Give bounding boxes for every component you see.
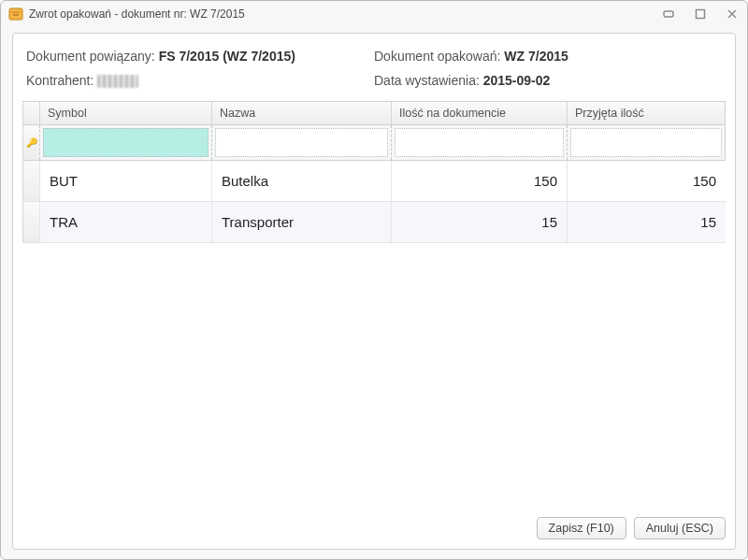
issue-date-label: Data wystawienia: (374, 73, 480, 88)
row-handle[interactable] (22, 161, 39, 201)
svg-rect-1 (664, 11, 673, 17)
items-grid: Symbol Nazwa Ilość na dokumencie Przyjęt… (22, 101, 726, 510)
filter-row-indicator-icon: 🔑 (22, 125, 39, 160)
cell-ilosc[interactable]: 150 (391, 161, 567, 201)
document-header: Dokument powiązany: FS 7/2015 (WZ 7/2015… (22, 43, 726, 101)
linked-document-label: Dokument powiązany: (26, 49, 155, 64)
filter-cell-przyjeta[interactable] (567, 125, 725, 160)
packaging-document-label: Dokument opakowań: (374, 49, 500, 64)
window-title: Zwrot opakowań - dokument nr: WZ 7/2015 (29, 7, 245, 21)
cancel-button[interactable]: Anuluj (ESC) (634, 517, 726, 539)
grid-header: Symbol Nazwa Ilość na dokumencie Przyjęt… (22, 101, 726, 125)
grid-corner (22, 102, 39, 124)
filter-cell-nazwa[interactable] (211, 125, 391, 160)
cell-nazwa[interactable]: Transporter (211, 202, 391, 242)
grid-body[interactable]: BUT Butelka 150 150 TRA Transporter 15 1… (22, 161, 726, 510)
minimize-button[interactable] (661, 7, 676, 22)
filter-cell-symbol[interactable] (39, 125, 211, 160)
cell-nazwa[interactable]: Butelka (211, 161, 391, 201)
kontrahent-value-redacted (97, 75, 138, 88)
cell-ilosc[interactable]: 15 (391, 202, 567, 242)
col-header-przyjeta[interactable]: Przyjęta ilość (567, 102, 725, 124)
col-header-nazwa[interactable]: Nazwa (211, 102, 391, 124)
issue-date-value: 2015-09-02 (483, 73, 551, 88)
app-window: Zwrot opakowań - dokument nr: WZ 7/2015 … (0, 0, 748, 560)
col-header-symbol[interactable]: Symbol (39, 102, 211, 124)
kontrahent-field: Kontrahent: (26, 73, 374, 88)
linked-document-field: Dokument powiązany: FS 7/2015 (WZ 7/2015… (26, 49, 374, 64)
app-icon (8, 7, 23, 22)
svg-rect-0 (9, 8, 22, 20)
cell-przyjeta[interactable]: 150 (567, 161, 726, 201)
linked-document-value: FS 7/2015 (WZ 7/2015) (159, 49, 295, 64)
save-button[interactable]: Zapisz (F10) (537, 517, 626, 539)
window-controls (661, 7, 740, 22)
filter-cell-ilosc[interactable] (391, 125, 567, 160)
footer-buttons: Zapisz (F10) Anuluj (ESC) (22, 510, 726, 541)
cell-symbol[interactable]: TRA (39, 202, 211, 242)
close-button[interactable] (725, 7, 740, 22)
row-handle[interactable] (22, 202, 39, 242)
packaging-document-value: WZ 7/2015 (504, 49, 568, 64)
cell-symbol[interactable]: BUT (39, 161, 211, 201)
kontrahent-label: Kontrahent: (26, 73, 94, 88)
table-row[interactable]: BUT Butelka 150 150 (22, 161, 726, 202)
packaging-document-field: Dokument opakowań: WZ 7/2015 (374, 49, 722, 64)
maximize-button[interactable] (693, 7, 708, 22)
grid-filter-row: 🔑 (22, 125, 726, 161)
client-area: Dokument powiązany: FS 7/2015 (WZ 7/2015… (12, 33, 736, 550)
col-header-ilosc[interactable]: Ilość na dokumencie (391, 102, 567, 124)
issue-date-field: Data wystawienia: 2015-09-02 (374, 73, 722, 88)
titlebar[interactable]: Zwrot opakowań - dokument nr: WZ 7/2015 (1, 1, 747, 27)
svg-rect-2 (697, 10, 705, 19)
table-row[interactable]: TRA Transporter 15 15 (22, 202, 726, 243)
cell-przyjeta[interactable]: 15 (567, 202, 726, 242)
